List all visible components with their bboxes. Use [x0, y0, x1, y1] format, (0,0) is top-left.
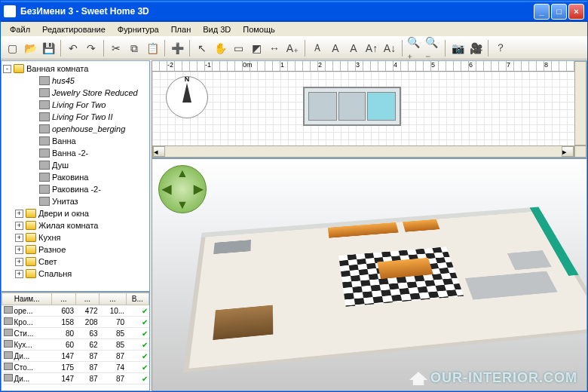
maximize-button[interactable]: □ [551, 4, 567, 20]
table-header[interactable]: Наим... [2, 293, 52, 305]
video-icon[interactable]: 🎥 [467, 40, 484, 57]
table-header[interactable]: ... [52, 293, 75, 305]
zoom-out-icon[interactable]: 🔍₋ [424, 40, 441, 57]
checkmark-icon[interactable]: ✔ [142, 318, 148, 326]
photo-icon[interactable]: 📷 [449, 40, 466, 57]
checkmark-icon[interactable]: ✔ [142, 329, 148, 338]
tree-item[interactable]: Унитаз [3, 195, 148, 207]
wall-icon[interactable]: ▭ [230, 40, 247, 57]
cell-visible[interactable]: ✔ [126, 362, 149, 373]
cell-visible[interactable]: ✔ [126, 351, 149, 362]
cell-visible[interactable]: ✔ [126, 305, 149, 317]
tree-folder[interactable]: +Свет [3, 256, 148, 268]
collapse-icon[interactable]: - [3, 65, 11, 73]
checkmark-icon[interactable]: ✔ [142, 375, 148, 383]
tree-item[interactable]: hus45 [3, 75, 148, 87]
menu-вид 3d[interactable]: Вид 3D [197, 23, 237, 35]
table-header[interactable]: В... [126, 293, 149, 305]
table-row[interactable]: Сто...1758774✔ [2, 362, 149, 373]
tree-item[interactable]: Jewelry Store Reduced [3, 87, 148, 99]
zoom-in-icon[interactable]: 🔍₊ [406, 40, 423, 57]
cell-visible[interactable]: ✔ [126, 373, 149, 384]
tree-folder[interactable]: +Разное [3, 243, 148, 256]
catalog-tree[interactable]: -Ванная комнатаhus45Jewelry Store Reduce… [1, 60, 150, 292]
font-italic-icon[interactable]: A [345, 40, 362, 57]
copy-icon[interactable]: ⧉ [126, 40, 142, 57]
table-header[interactable]: ... [75, 293, 99, 305]
table-row[interactable]: оре...60347210...✔ [2, 305, 149, 317]
view-3d[interactable]: ▲ ◀ ▶ ▼ [152, 158, 587, 391]
scroll-right-icon[interactable]: ▸ [562, 146, 574, 157]
furniture-table-pane[interactable]: Наим............В... оре...60347210...✔К… [1, 292, 150, 391]
table-row[interactable]: Ди...1478787✔ [2, 373, 149, 384]
tree-item[interactable]: Раковина [3, 171, 148, 183]
increase-size-icon[interactable]: A↑ [363, 40, 380, 57]
rotate-up-icon[interactable]: ▲ [176, 167, 188, 180]
table-row[interactable]: Ди...1478787✔ [2, 351, 149, 362]
tree-folder[interactable]: -Ванная комната [3, 63, 148, 75]
add-furniture-icon[interactable]: ➕ [169, 40, 185, 57]
menu-план[interactable]: План [165, 23, 198, 35]
table-row[interactable]: Кух...606285✔ [2, 339, 149, 351]
pan-icon[interactable]: ✋ [212, 40, 228, 57]
undo-icon[interactable]: ↶ [65, 40, 81, 57]
help-icon[interactable]: ？ [492, 40, 509, 57]
tree-item[interactable]: openhouse_berging [3, 123, 148, 135]
plan-horizontal-scrollbar[interactable]: ◂ ▸ [152, 145, 574, 158]
text-icon[interactable]: A₊ [284, 40, 301, 57]
menu-помощь[interactable]: Помощь [237, 23, 281, 35]
select-icon[interactable]: ↖ [194, 40, 210, 57]
menu-файл[interactable]: Файл [4, 23, 36, 35]
tree-item[interactable]: Раковина -2- [3, 183, 148, 195]
expand-icon[interactable]: + [15, 246, 23, 254]
cut-icon[interactable]: ✂ [108, 40, 124, 57]
expand-icon[interactable]: + [15, 222, 23, 230]
rotate-right-icon[interactable]: ▶ [194, 182, 203, 196]
table-row[interactable]: Сти...806385✔ [2, 328, 149, 339]
table-row[interactable]: Кро...15820870✔ [2, 317, 149, 328]
floorplan-thumbnail[interactable] [303, 87, 401, 126]
checkmark-icon[interactable]: ✔ [142, 363, 148, 372]
cell-visible[interactable]: ✔ [126, 317, 149, 328]
insert-text-icon[interactable]: Ａ [309, 40, 326, 57]
tree-item[interactable]: Living For Two II [3, 111, 148, 123]
3d-nav-disc[interactable]: ▲ ◀ ▶ ▼ [158, 165, 207, 213]
tree-folder[interactable]: +Жилая комната [3, 219, 148, 231]
titlebar[interactable]: БезИмени 3 - Sweet Home 3D _ □ × [1, 1, 587, 22]
open-icon[interactable]: 📂 [22, 40, 38, 57]
minimize-button[interactable]: _ [534, 4, 550, 20]
plan-vertical-scrollbar[interactable] [574, 61, 586, 145]
tree-item[interactable]: Living For Two [3, 99, 148, 111]
rotate-left-icon[interactable]: ◀ [162, 182, 171, 196]
close-button[interactable]: × [568, 4, 584, 20]
furniture-table[interactable]: Наим............В... оре...60347210...✔К… [2, 292, 149, 384]
menu-фурнитура[interactable]: Фурнитура [112, 23, 165, 35]
redo-icon[interactable]: ↷ [83, 40, 100, 57]
checkmark-icon[interactable]: ✔ [142, 341, 148, 349]
expand-icon[interactable]: + [15, 258, 23, 266]
table-header[interactable]: ... [100, 293, 127, 305]
expand-icon[interactable]: + [15, 234, 23, 242]
expand-icon[interactable]: + [15, 210, 23, 218]
dimension-icon[interactable]: ↔ [266, 40, 283, 57]
tree-item[interactable]: Душ [3, 159, 148, 171]
new-icon[interactable]: ▢ [4, 40, 20, 57]
paste-icon[interactable]: 📋 [144, 40, 161, 57]
tree-item[interactable]: Ванна -2- [3, 147, 148, 159]
font-bold-icon[interactable]: A [327, 40, 344, 57]
tree-folder[interactable]: +Двери и окна [3, 207, 148, 219]
scroll-left-icon[interactable]: ◂ [153, 146, 165, 157]
save-icon[interactable]: 💾 [40, 40, 57, 57]
menu-редактирование[interactable]: Редактирование [36, 23, 112, 35]
decrease-size-icon[interactable]: A↓ [381, 40, 398, 57]
cell-visible[interactable]: ✔ [126, 328, 149, 339]
tree-item[interactable]: Ванна [3, 135, 148, 147]
tree-folder[interactable]: +Спальня [3, 268, 148, 280]
checkmark-icon[interactable]: ✔ [142, 307, 148, 315]
cell-visible[interactable]: ✔ [126, 339, 149, 351]
tree-folder[interactable]: +Кухня [3, 231, 148, 243]
checkmark-icon[interactable]: ✔ [142, 352, 148, 360]
compass[interactable] [166, 76, 208, 118]
expand-icon[interactable]: + [15, 270, 23, 278]
room-icon[interactable]: ◩ [248, 40, 265, 57]
